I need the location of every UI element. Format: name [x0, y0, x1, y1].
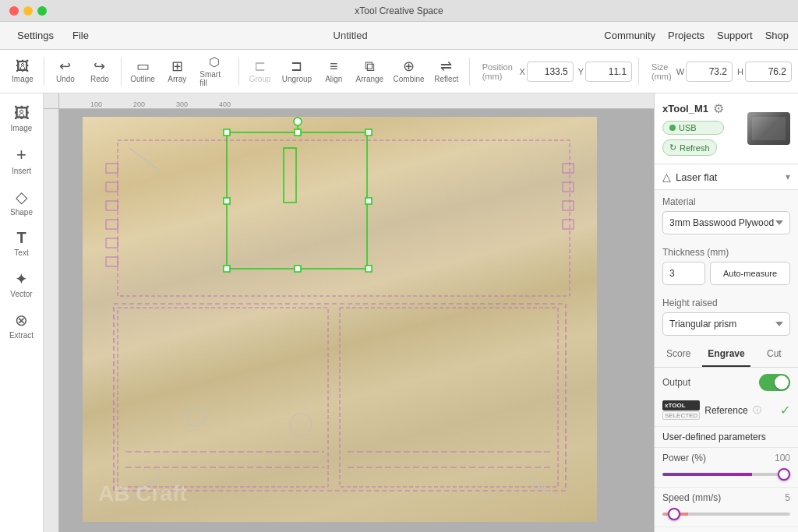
user-defined-params[interactable]: User-defined parameters — [655, 427, 798, 448]
redo-icon: ↪ — [94, 59, 105, 73]
community-link[interactable]: Community — [604, 30, 655, 41]
settings-menu[interactable]: Settings — [9, 26, 62, 44]
reference-left: xTOOL SELECTED Reference ⓘ — [662, 400, 761, 420]
speed-section: Speed (mm/s) 5 — [655, 488, 798, 527]
smart-fill-btn[interactable]: ⬡ Smart fill — [195, 53, 233, 90]
x-label: X — [519, 67, 524, 76]
arrange-btn[interactable]: ⧉ Arrange — [351, 56, 387, 86]
redo-btn[interactable]: ↪ Redo — [83, 56, 116, 86]
device-thumbnail — [747, 112, 790, 145]
minimize-button[interactable] — [23, 6, 33, 16]
laser-mode-chevron-icon: ▾ — [786, 171, 790, 182]
image-tool-btn[interactable]: 🖼 Image — [6, 56, 39, 86]
output-label: Output — [662, 377, 690, 388]
w-input-group: W — [676, 62, 733, 82]
sidebar-item-shape[interactable]: ◇ Shape — [3, 183, 41, 221]
workspace[interactable]: AB Craft — [59, 109, 654, 532]
svg-rect-7 — [106, 220, 118, 229]
info-icon[interactable]: ⓘ — [753, 404, 761, 416]
group-btn[interactable]: ⊏ Group — [244, 56, 277, 86]
material-section: Material 3mm Basswood Plywood — [655, 190, 798, 241]
sidebar-item-text[interactable]: T Text — [3, 224, 41, 262]
toolbar-divider-3 — [238, 58, 239, 86]
height-raised-select[interactable]: Triangular prism — [662, 312, 790, 336]
sidebar-item-vector[interactable]: ✦ Vector — [3, 265, 41, 303]
tab-engrave[interactable]: Engrave — [702, 342, 750, 367]
thickness-input[interactable] — [662, 262, 705, 285]
device-header-row: xTool_M1 ⚙ USB ↻ Refresh — [662, 101, 790, 156]
sidebar-item-image[interactable]: 🖼 Image — [3, 100, 41, 137]
ungroup-btn[interactable]: ⊐ Ungroup — [278, 56, 316, 86]
text-sidebar-label: Text — [14, 248, 28, 257]
usb-badge: USB — [662, 121, 724, 135]
xtool-brand-badge: xTOOL — [662, 400, 700, 410]
output-row: Output — [655, 368, 798, 397]
outline-label: Outline — [130, 75, 155, 83]
material-select[interactable]: 3mm Basswood Plywood — [662, 211, 790, 234]
refresh-icon: ↻ — [669, 143, 676, 153]
array-btn[interactable]: ⊞ Array — [161, 56, 193, 86]
ruler-tick-300: 300 — [176, 100, 188, 108]
projects-link[interactable]: Projects — [668, 30, 704, 41]
window-controls[interactable] — [9, 6, 47, 16]
ruler-tick-400: 400 — [219, 100, 231, 108]
shape-sidebar-icon: ◇ — [16, 188, 27, 206]
shop-link[interactable]: Shop — [765, 30, 789, 41]
tab-score[interactable]: Score — [655, 342, 702, 367]
speed-slider-container — [662, 506, 790, 522]
combine-btn[interactable]: ⊕ Combine — [389, 56, 428, 86]
canvas-area[interactable]: 100 200 300 400 — [44, 93, 654, 532]
maximize-button[interactable] — [37, 6, 47, 16]
output-toggle[interactable] — [759, 374, 790, 391]
h-input[interactable] — [745, 62, 792, 82]
menu-left: Settings File — [9, 26, 97, 44]
w-input[interactable] — [686, 62, 733, 82]
device-section: xTool_M1 ⚙ USB ↻ Refresh — [655, 93, 798, 164]
group-icon: ⊏ — [254, 59, 266, 73]
support-link[interactable]: Support — [717, 30, 753, 41]
tab-cut[interactable]: Cut — [750, 342, 798, 367]
document-title: Untitled — [334, 30, 368, 41]
outline-icon: ▭ — [136, 59, 150, 73]
menu-bar: Settings File Untitled Community Project… — [0, 22, 798, 50]
position-label: Position (mm) — [482, 62, 515, 81]
toolbar-divider-4 — [469, 58, 470, 86]
auto-measure-button[interactable]: Auto-measure — [710, 262, 790, 285]
thickness-row: Auto-measure — [662, 262, 790, 285]
speed-slider[interactable] — [662, 513, 790, 516]
x-input[interactable] — [527, 62, 574, 82]
y-input[interactable] — [585, 62, 632, 82]
usb-label: USB — [679, 123, 697, 132]
power-slider-container — [662, 467, 790, 482]
device-name: xTool_M1 — [662, 103, 708, 115]
power-label: Power (%) — [662, 453, 706, 463]
sidebar-item-extract[interactable]: ⊗ Extract — [3, 306, 41, 344]
image-label: Image — [12, 75, 34, 83]
svg-rect-27 — [365, 129, 372, 136]
svg-rect-12 — [563, 201, 574, 210]
power-label-row: Power (%) 100 — [662, 453, 790, 463]
outline-btn[interactable]: ▭ Outline — [126, 56, 159, 86]
file-menu[interactable]: File — [65, 26, 97, 44]
left-sidebar: 🖼 Image + Insert ◇ Shape T Text ✦ Vector… — [0, 93, 44, 532]
reflect-btn[interactable]: ⇌ Reflect — [430, 56, 463, 86]
toolbar: 🖼 Image ↩ Undo ↪ Redo ▭ Outline ⊞ Array … — [0, 50, 798, 93]
height-raised-label: Height raised — [662, 298, 790, 308]
laser-mode-selector[interactable]: △ Laser flat ▾ — [655, 164, 798, 190]
sidebar-item-insert[interactable]: + Insert — [3, 140, 41, 180]
refresh-button[interactable]: ↻ Refresh — [662, 139, 717, 156]
x-input-group: X — [519, 62, 573, 82]
ruler-tick-200: 200 — [133, 100, 145, 108]
align-btn[interactable]: ≡ Align — [317, 56, 350, 86]
smart-fill-label: Smart fill — [200, 70, 228, 87]
device-settings-icon[interactable]: ⚙ — [713, 101, 724, 116]
text-sidebar-icon: T — [16, 229, 26, 247]
close-button[interactable] — [9, 6, 19, 16]
svg-rect-10 — [563, 164, 574, 173]
svg-rect-4 — [106, 164, 118, 173]
device-name-group: xTool_M1 ⚙ USB ↻ Refresh — [662, 101, 724, 156]
process-tabs: Score Engrave Cut — [655, 342, 798, 368]
undo-btn[interactable]: ↩ Undo — [49, 56, 82, 86]
reflect-icon: ⇌ — [440, 59, 452, 73]
power-slider[interactable] — [662, 473, 790, 476]
